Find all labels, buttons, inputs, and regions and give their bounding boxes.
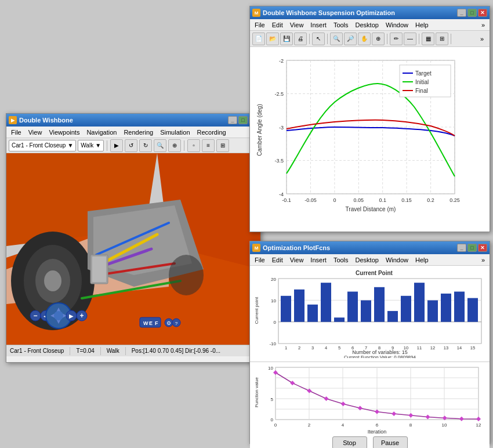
wishbone-menu-rendering[interactable]: Rendering	[120, 128, 157, 137]
plotfcns-maximize-btn[interactable]: □	[467, 244, 477, 252]
svg-text:+: +	[79, 312, 84, 320]
tb-btn-7[interactable]: ≡	[202, 139, 215, 152]
wishbone-title-bar[interactable]: ▶ Double Wishbone _ □ ✕	[6, 114, 260, 127]
tb-btn-5[interactable]: ⊕	[168, 139, 181, 152]
svg-point-18	[169, 255, 204, 295]
plotfcns-menu-desktop[interactable]: Desktop	[352, 255, 382, 265]
wishbone-title-icon: ▶	[9, 116, 17, 124]
suspension-maximize-btn[interactable]: □	[467, 9, 477, 17]
s-tb-zoom-out[interactable]: 🔎	[344, 32, 357, 45]
tb-btn-2[interactable]: ↺	[125, 139, 137, 152]
suspension-menu-window[interactable]: Window	[382, 20, 412, 30]
s-tb-save[interactable]: 💾	[280, 32, 293, 45]
view-dropdown-arrow: ▼	[67, 142, 73, 149]
svg-text:3: 3	[311, 345, 314, 351]
suspension-menu-desktop[interactable]: Desktop	[352, 20, 382, 30]
plotfcns-menu-help[interactable]: Help	[412, 255, 432, 265]
svg-text:0.1: 0.1	[379, 197, 386, 203]
svg-text:Travel Distance (m): Travel Distance (m)	[346, 206, 396, 212]
s-sep-1	[309, 34, 310, 44]
wishbone-minimize-btn[interactable]: _	[228, 116, 237, 124]
svg-text:4: 4	[325, 345, 327, 351]
wishbone-menu-file[interactable]: File	[8, 128, 25, 137]
wishbone-maximize-btn[interactable]: □	[238, 116, 248, 124]
plotfcns-menu-file[interactable]: File	[251, 255, 269, 265]
suspension-menu-help[interactable]: Help	[412, 20, 432, 30]
view-dropdown[interactable]: Car1 - Front Closeup ▼	[9, 140, 76, 151]
mode-dropdown[interactable]: Walk ▼	[78, 140, 104, 151]
s-tb-pan[interactable]: ✋	[358, 32, 371, 45]
svg-rect-92	[307, 305, 318, 322]
s-tb-open[interactable]: 📂	[266, 32, 279, 45]
svg-text:11: 11	[417, 345, 422, 351]
svg-text:Target: Target	[415, 70, 432, 77]
suspension-toolbar: 📄 📂 💾 🖨 ↖ 🔍 🔎 ✋ ⊕ ✏ — ▦ ⊞ »	[250, 31, 490, 47]
wishbone-menubar: File View Viewpoints Navigation Renderin…	[6, 127, 260, 138]
suspension-menu-more[interactable]: »	[478, 20, 488, 30]
suspension-title-text: Double Wishbone Suspension Optimization	[263, 9, 457, 16]
suspension-menu-file[interactable]: File	[251, 20, 269, 30]
3d-viewport[interactable]: − ◀ ▶ + W	[6, 153, 260, 345]
s-tb-layout[interactable]: ▦	[422, 32, 434, 45]
plotfcns-menu-more[interactable]: »	[478, 255, 488, 265]
status-sep-3	[125, 347, 126, 355]
plotfcns-menu-tools[interactable]: Tools	[330, 255, 352, 265]
svg-text:12: 12	[476, 422, 481, 428]
s-tb-zoom-in[interactable]: 🔍	[330, 32, 343, 45]
svg-rect-103	[454, 292, 465, 322]
svg-text:-0.05: -0.05	[304, 197, 317, 203]
plotfcns-menu-view[interactable]: View	[287, 255, 307, 265]
plotfcns-menu-window[interactable]: Window	[382, 255, 412, 265]
wishbone-title-text: Double Wishbone	[19, 117, 228, 124]
s-tb-colormap[interactable]: —	[404, 32, 416, 45]
svg-rect-98	[387, 311, 398, 322]
tb-btn-8[interactable]: ⊞	[216, 139, 229, 152]
wishbone-menu-simulation[interactable]: Simulation	[157, 128, 193, 137]
suspension-chart-area: -2 -2.5 -3 -3.5 -4 -0.1 -0.05 0 0.05 0.1…	[250, 47, 490, 232]
suspension-close-btn[interactable]: ✕	[478, 9, 487, 17]
wishbone-menu-viewpoints[interactable]: Viewpoints	[45, 128, 83, 137]
s-sep-3	[387, 34, 387, 44]
svg-text:Function value: Function value	[254, 377, 259, 407]
svg-rect-100	[414, 283, 425, 322]
svg-text:0.15: 0.15	[401, 197, 412, 203]
plotfcns-charts: Current Point 20 10 0 -10	[250, 266, 490, 442]
plotfcns-menu-edit[interactable]: Edit	[269, 255, 287, 265]
s-tb-3d[interactable]: ⊕	[372, 32, 385, 45]
wishbone-menu-view[interactable]: View	[25, 128, 46, 137]
suspension-menu-edit[interactable]: Edit	[269, 20, 287, 30]
svg-rect-91	[294, 290, 304, 322]
s-tb-cursor[interactable]: ↖	[312, 32, 325, 45]
stop-button[interactable]: Stop	[332, 436, 367, 448]
s-tb-more[interactable]: »	[477, 34, 487, 44]
s-tb-grid[interactable]: ⊞	[436, 32, 448, 45]
s-tb-new[interactable]: 📄	[252, 32, 265, 45]
plotfcns-minimize-btn[interactable]: _	[457, 244, 466, 252]
plotfcns-title-bar[interactable]: M Optimization PlotFcns _ □ ✕	[250, 241, 490, 254]
svg-text:2: 2	[308, 422, 311, 428]
suspension-chart-svg: -2 -2.5 -3 -3.5 -4 -0.1 -0.05 0 0.05 0.1…	[255, 52, 484, 226]
svg-text:-10: -10	[269, 341, 276, 346]
status-sep-1	[70, 347, 70, 355]
tb-btn-3[interactable]: ↻	[139, 139, 152, 152]
tb-btn-6[interactable]: ▫	[187, 139, 200, 152]
suspension-menu-insert[interactable]: Insert	[307, 20, 330, 30]
s-tb-insert[interactable]: ✏	[390, 32, 403, 45]
suspension-minimize-btn[interactable]: _	[457, 9, 466, 17]
mode-dropdown-label: Walk	[81, 142, 93, 149]
s-tb-print[interactable]: 🖨	[294, 32, 307, 45]
tb-btn-1[interactable]: ▶	[110, 139, 123, 152]
plotfcns-title-icon: M	[252, 244, 260, 252]
suspension-menu-tools[interactable]: Tools	[330, 20, 352, 30]
suspension-menu-view[interactable]: View	[287, 20, 307, 30]
pause-button[interactable]: Pause	[373, 436, 408, 448]
suspension-title-bar[interactable]: M Double Wishbone Suspension Optimizatio…	[250, 6, 490, 19]
svg-text:10: 10	[268, 366, 273, 371]
svg-rect-102	[441, 294, 451, 322]
line-chart-svg: 10 5 0 0 2 4 6 8 10 12 Iteration	[252, 364, 488, 434]
tb-btn-4[interactable]: 🔍	[154, 139, 166, 152]
wishbone-menu-recording[interactable]: Recording	[194, 128, 230, 137]
wishbone-menu-navigation[interactable]: Navigation	[83, 128, 120, 137]
plotfcns-menu-insert[interactable]: Insert	[307, 255, 330, 265]
plotfcns-close-btn[interactable]: ✕	[478, 244, 487, 252]
